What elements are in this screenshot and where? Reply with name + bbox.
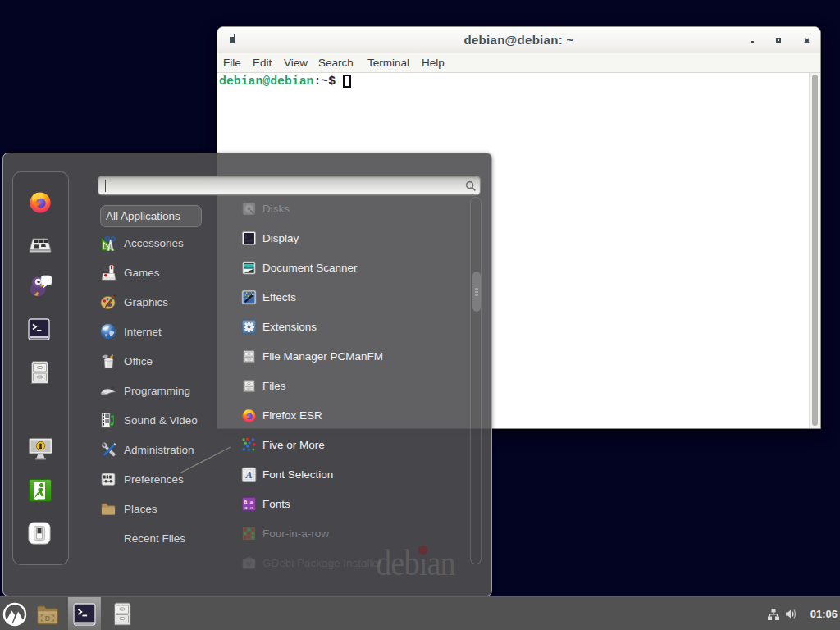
svg-text:D: D <box>45 614 51 623</box>
